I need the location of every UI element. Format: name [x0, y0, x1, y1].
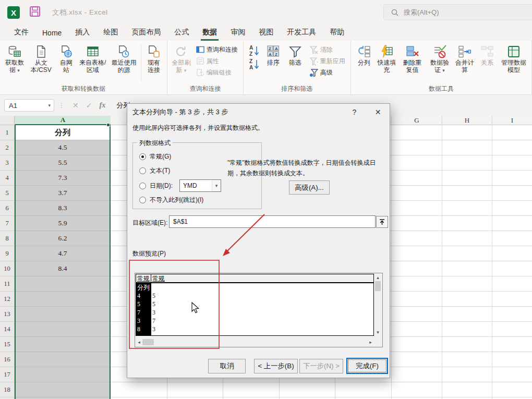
cell-a4[interactable]: 7.3 — [16, 171, 110, 186]
preview-table[interactable]: 常规分列45738 常规 55373 — [136, 274, 374, 336]
row-header-2[interactable]: 2 — [0, 140, 14, 155]
ribbon-button-分列[interactable]: 分列 — [354, 43, 374, 66]
select-all-corner[interactable] — [0, 116, 15, 125]
row-header-11[interactable]: 11 — [0, 276, 14, 292]
row-header-16[interactable]: 16 — [0, 352, 14, 367]
ribbon-button-现有连接[interactable]: 现有连接 — [143, 43, 164, 74]
radio-icon[interactable] — [139, 197, 146, 203]
row-header-15[interactable]: 15 — [0, 337, 14, 352]
tab-审阅[interactable]: 审阅 — [224, 25, 252, 41]
cancel-button[interactable]: 取消 — [208, 359, 246, 373]
insert-function-icon[interactable]: fx — [99, 101, 105, 110]
name-box[interactable]: A1 ▾ — [4, 99, 54, 112]
name-box-caret-icon[interactable]: ▾ — [48, 103, 51, 108]
tab-公式[interactable]: 公式 — [167, 25, 196, 41]
radio-option-1[interactable]: 常规(G) — [139, 152, 171, 161]
cell-a5[interactable]: 3.7 — [16, 186, 110, 201]
tab-帮助[interactable]: 帮助 — [323, 25, 351, 41]
tab-开发工具[interactable]: 开发工具 — [280, 25, 323, 41]
scroll-left-icon[interactable]: ◂ — [136, 340, 142, 345]
back-button[interactable]: < 上一步(B) — [254, 359, 298, 373]
ribbon-button-管理数据模型[interactable]: 管理数据模型 — [499, 43, 529, 74]
dialog-help-button[interactable]: ? — [343, 104, 366, 120]
preview-horizontal-scrollbar[interactable]: ◂ ▸ — [136, 337, 374, 346]
ribbon-button-查询和连接[interactable]: 查询和连接 — [194, 44, 240, 55]
radio-option-3[interactable]: 日期(D):YMD▾ — [139, 179, 221, 192]
row-header-1[interactable]: 1 — [0, 125, 14, 140]
confirm-entry-icon[interactable]: ✓ — [86, 101, 92, 110]
tab-Home[interactable]: Home — [35, 26, 68, 41]
ribbon-button-筛选[interactable]: 筛选 — [285, 43, 306, 66]
hscroll-thumb[interactable] — [142, 339, 154, 345]
ribbon-button-删除重复值[interactable]: 删除重复值 — [399, 43, 426, 74]
radio-icon[interactable] — [139, 153, 146, 160]
row-header-14[interactable]: 14 — [0, 322, 14, 337]
row-header-18[interactable]: 18 — [0, 382, 14, 397]
cell-a15[interactable] — [16, 337, 110, 352]
row-header-13[interactable]: 13 — [0, 307, 14, 322]
cell-a9[interactable]: 4.7 — [16, 246, 110, 261]
cell-a16[interactable] — [16, 352, 110, 367]
cell-a8[interactable]: 6.2 — [16, 231, 110, 246]
tab-页面布局[interactable]: 页面布局 — [125, 25, 167, 41]
ribbon-button-来自表格/区域[interactable]: 来自表格/区域 — [78, 43, 108, 74]
radio-icon[interactable] — [139, 183, 146, 189]
tab-绘图[interactable]: 绘图 — [96, 25, 125, 41]
date-format-combo[interactable]: YMD▾ — [179, 179, 221, 192]
cell-a12[interactable] — [16, 292, 110, 307]
tab-数据[interactable]: 数据 — [196, 25, 224, 41]
range-picker-button[interactable] — [376, 216, 388, 228]
row-header-7[interactable]: 7 — [0, 216, 14, 231]
cancel-entry-icon[interactable]: ✕ — [72, 101, 79, 110]
row-header-9[interactable]: 9 — [0, 246, 14, 261]
ribbon-button-数据验证[interactable]: 数据验证 ▾ — [427, 43, 453, 74]
combo-arrow-icon[interactable]: ▾ — [212, 180, 221, 191]
ribbon-button-自网站[interactable]: 自网站 — [56, 43, 77, 74]
cell-a3[interactable]: 5.5 — [16, 155, 110, 171]
cell-a1[interactable]: 分列 — [16, 125, 110, 140]
cell-a11[interactable] — [16, 276, 110, 292]
next-button[interactable]: 下一步(N) > — [299, 359, 343, 373]
cell-a7[interactable]: 5.9 — [16, 216, 110, 231]
radio-option-2[interactable]: 文本(T) — [139, 166, 170, 175]
ribbon-button-合并计算[interactable]: 合并计算 — [453, 43, 476, 74]
ribbon-button-高级[interactable]: 高级 — [307, 67, 347, 78]
row-header-8[interactable]: 8 — [0, 231, 14, 246]
destination-input[interactable]: $A$1 — [169, 215, 376, 228]
row-header-10[interactable]: 10 — [0, 261, 14, 276]
cell-a6[interactable]: 8.3 — [16, 201, 110, 216]
column-header-g[interactable]: G — [391, 116, 442, 125]
cell-a13[interactable] — [16, 307, 110, 322]
cell-a17[interactable] — [16, 367, 110, 382]
search-box[interactable]: 搜索(Alt+Q) — [383, 4, 532, 20]
finish-button[interactable]: 完成(F) — [346, 358, 388, 374]
scroll-down-icon[interactable]: ▾ — [374, 330, 381, 335]
scroll-right-icon[interactable]: ▸ — [367, 340, 374, 345]
radio-option-4[interactable]: 不导入此列(跳过)(I) — [139, 196, 203, 204]
row-header-12[interactable]: 12 — [0, 292, 14, 307]
ribbon-button-sort-za[interactable]: ZA — [247, 57, 261, 71]
cell-a2[interactable]: 4.5 — [16, 140, 110, 155]
column-a-selection[interactable]: 分列4.55.57.33.78.35.96.24.78.4 — [15, 125, 111, 399]
save-icon[interactable] — [29, 6, 41, 19]
cell-a18[interactable] — [16, 382, 110, 397]
selection-fill-handle[interactable] — [106, 123, 110, 127]
row-header-5[interactable]: 5 — [0, 186, 14, 201]
data-preview-panel[interactable]: 常规分列45738 常规 55373 ▴ ▾ ◂ ▸ — [135, 273, 383, 347]
ribbon-button-从文本/CSV[interactable]: 从文本/CSV — [28, 43, 55, 74]
vscroll-thumb[interactable] — [375, 281, 381, 291]
scroll-up-icon[interactable]: ▴ — [374, 275, 381, 280]
tab-文件[interactable]: 文件 — [7, 25, 35, 41]
radio-icon[interactable] — [139, 167, 146, 174]
column-header-i[interactable]: I — [492, 116, 532, 125]
preview-col1-selected[interactable]: 分列45738 — [136, 283, 151, 335]
ribbon-button-排序[interactable]: ZAAZ排序 — [263, 43, 284, 66]
column-header-a[interactable]: A — [15, 116, 111, 125]
cell-a14[interactable] — [16, 322, 110, 337]
row-header-17[interactable]: 17 — [0, 367, 14, 382]
dialog-close-button[interactable]: ✕ — [366, 104, 390, 120]
row-header-6[interactable]: 6 — [0, 201, 14, 216]
row-header-3[interactable]: 3 — [0, 155, 14, 171]
tab-视图[interactable]: 视图 — [252, 25, 280, 41]
advanced-button[interactable]: 高级(A)... — [289, 180, 330, 195]
